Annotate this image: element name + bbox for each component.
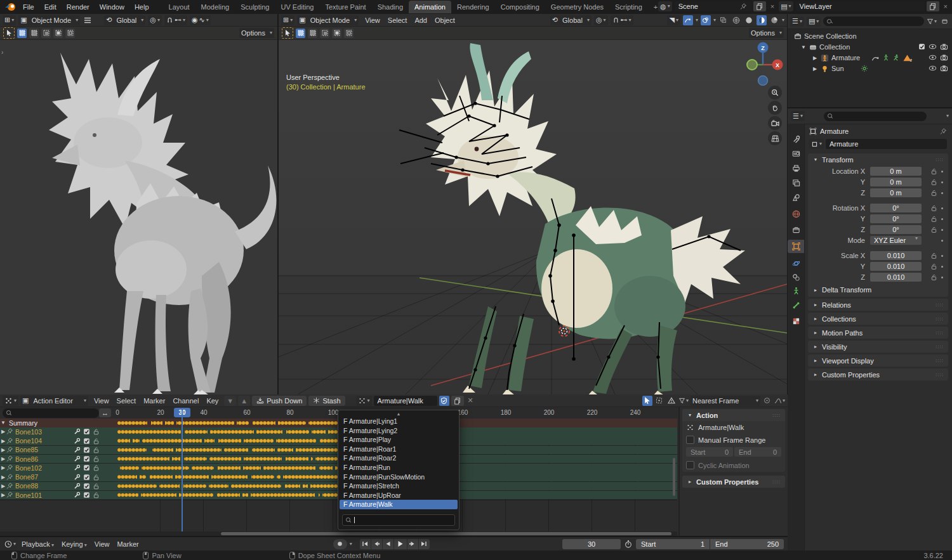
select-mode-tweak[interactable] [296,29,305,38]
expand-icon[interactable]: ▶ [0,429,6,434]
pivot-dropdown[interactable]: ◎▾ [594,15,608,25]
panel-motion-paths[interactable]: ▸Motion Paths:::: [808,327,948,339]
timeline-editor-type[interactable]: ▾ [3,539,18,549]
properties-tab-bone[interactable] [788,299,804,312]
collapsed-menus-button[interactable] [83,15,93,25]
lock-icon[interactable] [93,492,100,498]
animate-dot[interactable] [941,240,943,242]
select-mode-extend[interactable] [65,29,75,38]
panel-drag-handle[interactable]: :::: [935,330,944,335]
properties-options-caret[interactable]: ▾ [946,114,949,119]
action-selector-icon[interactable]: ▾ [356,396,372,406]
enable-checkbox-icon[interactable] [83,474,90,481]
camera-visibility-icon[interactable] [940,54,948,61]
panel-visibility[interactable]: ▸Visibility:::: [808,341,948,353]
tab-uv-editing[interactable]: UV Editing [275,1,319,13]
value-field[interactable]: 0 m [870,167,922,176]
animate-dot[interactable] [941,218,943,220]
animate-dot[interactable] [941,277,943,278]
lock-icon[interactable] [930,178,937,186]
value-field[interactable]: 0° [870,214,922,223]
menu-render[interactable]: Render [62,0,95,14]
editor-type-button[interactable]: ▾ [3,396,18,406]
viewport-left-canvas[interactable]: › [0,40,277,394]
value-field[interactable]: 0 m [870,188,922,197]
auto-key-record-button[interactable] [333,539,347,549]
value-field[interactable]: 0.010 [870,262,922,271]
pin-icon[interactable] [6,483,13,490]
viewport-menu-select[interactable]: Select [384,16,411,24]
tab-layout[interactable]: Layout [163,1,195,13]
play-button[interactable] [394,539,407,549]
new-action-button[interactable] [451,396,464,406]
viewport-menu-view[interactable]: View [361,16,384,24]
camera-visibility-icon[interactable] [940,65,948,72]
tab-scripting[interactable]: Scripting [609,1,648,13]
viewport-center[interactable]: ⊞▾ ▣ Object Mode ▾ ViewSelectAddObject ⟲… [279,14,788,394]
timeline-menu-view[interactable]: View [91,540,114,548]
enable-checkbox-icon[interactable] [83,455,90,462]
pin-icon[interactable] [740,3,747,10]
animate-dot[interactable] [941,229,943,231]
modifiers-wrench-icon[interactable] [74,464,81,471]
orientation-dropdown[interactable]: ⟲ Global ▾ [550,15,592,25]
tab-animation[interactable]: Animation [409,1,451,13]
xray-toggle[interactable] [718,15,729,25]
snap-mode-dropdown[interactable]: Nearest Frame▾ [691,396,760,406]
dope-sheet-menu-key[interactable]: Key [202,397,222,405]
checkbox-icon[interactable] [918,43,925,50]
timeline-menu-keying[interactable]: Keying ▾ [58,540,91,548]
dropdown-item[interactable]: F Armature|Lying1 [338,417,459,426]
enable-checkbox-icon[interactable] [83,492,90,498]
pin-icon[interactable] [6,446,13,453]
pin-id-icon[interactable] [940,128,947,135]
properties-tab-constraints[interactable] [788,271,804,284]
pan-button[interactable] [768,101,782,115]
expand-icon[interactable]: ▶ [812,55,818,61]
keyframe-strip[interactable] [117,483,340,490]
expand-icon[interactable]: ▶ [0,474,6,480]
pivot-dropdown[interactable]: ◎▾ [148,15,162,25]
tab-compositing[interactable]: Compositing [495,1,545,13]
fake-user-toggle[interactable] [439,396,449,406]
panel-drag-handle[interactable]: :::: [772,412,781,418]
select-mode-circle[interactable] [320,29,329,38]
pin-icon[interactable] [6,428,13,435]
active-tool-icon[interactable] [282,27,293,39]
modifiers-wrench-icon[interactable] [74,428,81,435]
viewport-menu-add[interactable]: Add [411,16,431,24]
lock-icon[interactable] [930,273,937,281]
properties-tab-collection[interactable] [788,223,804,237]
modifiers-wrench-icon[interactable] [74,438,81,445]
sidebar-toggle-arrow[interactable]: › [1,49,3,56]
properties-tab-physics[interactable] [788,257,804,270]
expand-icon[interactable]: ▶ [0,456,6,462]
modifiers-wrench-icon[interactable] [74,474,81,481]
outliner-item-scene-collection[interactable]: Scene Collection [794,31,857,41]
dropdown-item[interactable]: F Armature|Run [338,463,459,472]
lock-icon[interactable] [930,226,937,233]
lock-icon[interactable] [930,252,937,259]
pin-icon[interactable] [6,464,13,471]
channel-search[interactable] [3,408,99,418]
menu-help[interactable]: Help [129,0,154,14]
proportional-editing[interactable]: ◉∿▾ [190,15,211,25]
modifiers-wrench-icon[interactable] [74,492,81,498]
outliner-display-mode[interactable]: ☰▾ [790,16,804,27]
dropdown-item[interactable]: F Armature|Stretch [338,481,459,491]
select-mode-tweak[interactable] [17,29,27,38]
lock-icon[interactable] [93,428,100,435]
remove-viewlayer-button[interactable]: × [942,3,949,10]
dropdown-item[interactable]: F Armature|Play [338,435,459,445]
dropdown-item[interactable]: F Armature|Roar1 [338,445,459,454]
select-mode-box[interactable] [308,29,317,38]
start-field[interactable]: Start0 [686,447,733,457]
keyframe-strip[interactable] [117,420,340,427]
dope-sheet-menu-select[interactable]: Select [113,397,140,405]
properties-tab-tool[interactable] [788,133,804,146]
select-mode-lasso[interactable] [53,29,63,38]
jump-to-start-button[interactable] [360,539,371,549]
unlink-scene-button[interactable]: × [769,3,776,10]
viewport-menu-object[interactable]: Object [431,16,459,24]
animate-dot[interactable] [941,255,943,257]
